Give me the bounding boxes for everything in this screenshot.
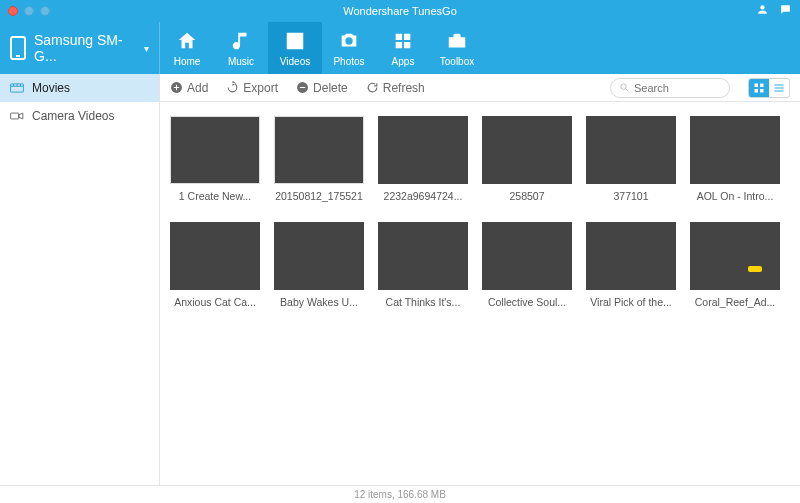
feedback-icon[interactable]: [779, 3, 792, 19]
device-selector[interactable]: Samsung SM-G... ▾: [0, 22, 160, 74]
video-item[interactable]: Cat Thinks It's...: [378, 222, 468, 308]
toolbar: Add Export Delete Refresh: [160, 74, 800, 102]
refresh-button[interactable]: Refresh: [366, 81, 425, 95]
video-thumbnail: [690, 222, 780, 290]
video-item[interactable]: Viral Pick of the...: [586, 222, 676, 308]
nav-music-label: Music: [228, 56, 254, 67]
chevron-down-icon: ▾: [144, 43, 149, 54]
sidebar-item-label: Camera Videos: [32, 109, 115, 123]
video-thumbnail: [690, 116, 780, 184]
video-grid: 1 Create New...20150812_1755212232a96947…: [170, 116, 790, 308]
video-item[interactable]: 1 Create New...: [170, 116, 260, 202]
minimize-window-button[interactable]: [24, 6, 34, 16]
nav-videos-label: Videos: [280, 56, 310, 67]
status-text: 12 items, 166.68 MB: [354, 489, 446, 500]
app-title: Wondershare TunesGo: [343, 5, 457, 17]
video-thumbnail: [482, 222, 572, 290]
video-caption: Baby Wakes U...: [274, 296, 364, 308]
delete-button[interactable]: Delete: [296, 81, 348, 95]
add-button[interactable]: Add: [170, 81, 208, 95]
export-icon: [226, 81, 239, 94]
nav-videos[interactable]: Videos: [268, 22, 322, 74]
video-caption: 377101: [586, 190, 676, 202]
search-box[interactable]: [610, 78, 730, 98]
nav-home[interactable]: Home: [160, 22, 214, 74]
export-button[interactable]: Export: [226, 81, 278, 95]
add-label: Add: [187, 81, 208, 95]
minus-circle-icon: [296, 81, 309, 94]
list-icon: [773, 82, 785, 94]
nav-music[interactable]: Music: [214, 22, 268, 74]
video-thumbnail: [170, 116, 260, 184]
video-item[interactable]: 377101: [586, 116, 676, 202]
device-name: Samsung SM-G...: [34, 32, 136, 64]
sidebar-item-label: Movies: [32, 81, 70, 95]
grid-view-button[interactable]: [749, 79, 769, 97]
main-panel: Add Export Delete Refresh: [160, 74, 800, 485]
close-window-button[interactable]: [8, 6, 18, 16]
search-icon: [619, 82, 630, 93]
video-thumbnail: [170, 222, 260, 290]
svg-rect-1: [11, 113, 19, 119]
video-thumbnail: [482, 116, 572, 184]
refresh-label: Refresh: [383, 81, 425, 95]
video-thumbnail: [274, 116, 364, 184]
video-thumbnail: [586, 116, 676, 184]
window-controls: [8, 6, 50, 16]
video-item[interactable]: 2232a9694724...: [378, 116, 468, 202]
video-thumbnail: [378, 116, 468, 184]
nav-photos[interactable]: Photos: [322, 22, 376, 74]
video-item[interactable]: Coral_Reef_Ad...: [690, 222, 780, 308]
video-thumbnail: [586, 222, 676, 290]
grid-icon: [753, 82, 765, 94]
header: Samsung SM-G... ▾ Home Music Videos Phot…: [0, 22, 800, 74]
search-input[interactable]: [634, 82, 714, 94]
nav-home-label: Home: [174, 56, 201, 67]
video-caption: Viral Pick of the...: [586, 296, 676, 308]
camcorder-icon: [10, 110, 24, 122]
video-thumbnail: [378, 222, 468, 290]
maximize-window-button[interactable]: [40, 6, 50, 16]
video-thumbnail: [274, 222, 364, 290]
video-item[interactable]: 258507: [482, 116, 572, 202]
grid-wrap: 1 Create New...20150812_1755212232a96947…: [160, 102, 800, 485]
svg-point-4: [621, 84, 627, 90]
nav-apps[interactable]: Apps: [376, 22, 430, 74]
nav-toolbox[interactable]: Toolbox: [430, 22, 484, 74]
video-item[interactable]: Baby Wakes U...: [274, 222, 364, 308]
sidebar: Movies Camera Videos: [0, 74, 160, 485]
plus-circle-icon: [170, 81, 183, 94]
status-bar: 12 items, 166.68 MB: [0, 485, 800, 503]
sidebar-item-camera-videos[interactable]: Camera Videos: [0, 102, 159, 130]
sidebar-item-movies[interactable]: Movies: [0, 74, 159, 102]
video-caption: 2232a9694724...: [378, 190, 468, 202]
video-item[interactable]: Collective Soul...: [482, 222, 572, 308]
phone-icon: [10, 36, 26, 60]
video-caption: Collective Soul...: [482, 296, 572, 308]
nav-toolbox-label: Toolbox: [440, 56, 474, 67]
titlebar: Wondershare TunesGo: [0, 0, 800, 22]
export-label: Export: [243, 81, 278, 95]
nav-photos-label: Photos: [333, 56, 364, 67]
nav-apps-label: Apps: [392, 56, 415, 67]
video-caption: Cat Thinks It's...: [378, 296, 468, 308]
film-icon: [10, 82, 24, 94]
video-item[interactable]: Anxious Cat Ca...: [170, 222, 260, 308]
video-caption: AOL On - Intro...: [690, 190, 780, 202]
video-caption: 20150812_175521: [274, 190, 364, 202]
refresh-icon: [366, 81, 379, 94]
video-caption: 258507: [482, 190, 572, 202]
list-view-button[interactable]: [769, 79, 789, 97]
video-caption: Coral_Reef_Ad...: [690, 296, 780, 308]
video-caption: Anxious Cat Ca...: [170, 296, 260, 308]
video-item[interactable]: AOL On - Intro...: [690, 116, 780, 202]
video-caption: 1 Create New...: [170, 190, 260, 202]
view-toggle: [748, 78, 790, 98]
account-icon[interactable]: [756, 3, 769, 19]
main-nav: Home Music Videos Photos Apps Toolbox: [160, 22, 484, 74]
delete-label: Delete: [313, 81, 348, 95]
video-item[interactable]: 20150812_175521: [274, 116, 364, 202]
